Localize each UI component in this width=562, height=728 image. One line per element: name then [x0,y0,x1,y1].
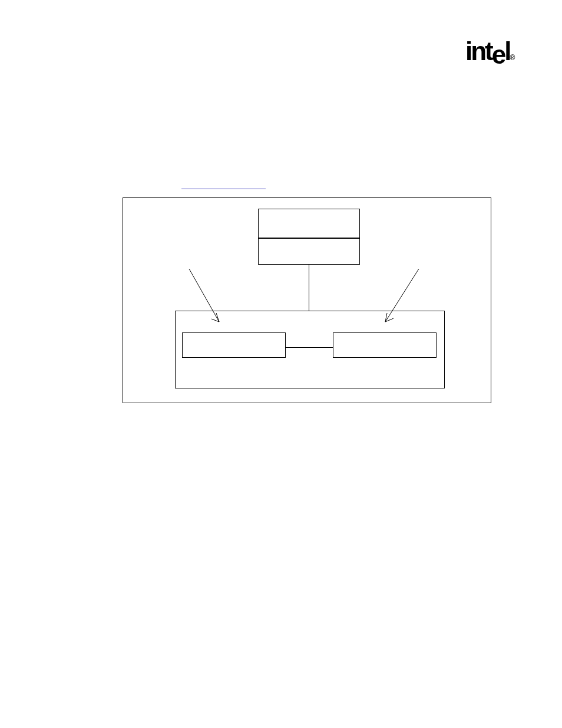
intel-logo: intel® [465,37,515,66]
logo-e: e [492,40,504,69]
horizontal-connector [286,347,333,348]
diagram-outer [123,197,491,403]
svg-line-0 [189,269,219,322]
left-arrow [183,269,230,340]
logo-int: int [465,37,492,65]
top-box [258,209,360,238]
link-underline [181,189,266,189]
top-box-lower [258,238,360,265]
svg-line-1 [385,269,419,322]
right-arrow [372,269,431,340]
logo-reg: ® [510,54,515,62]
